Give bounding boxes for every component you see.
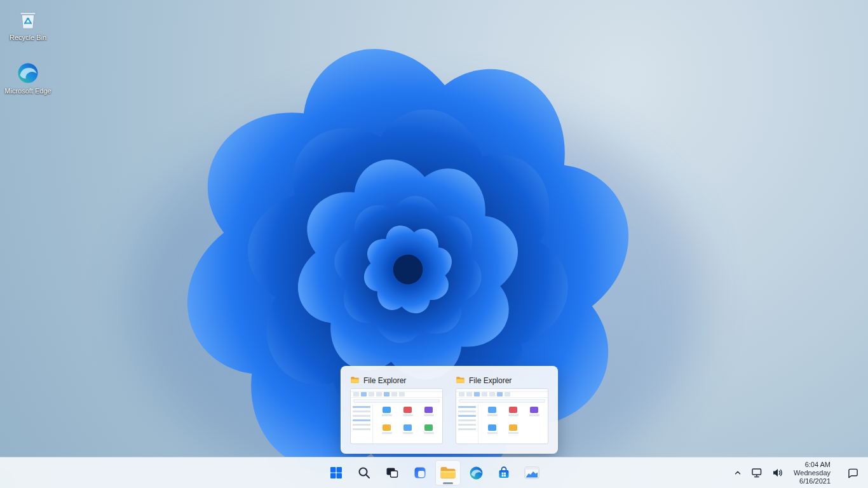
folder-icon (456, 375, 465, 386)
tray-date: 6/16/2021 (799, 477, 831, 485)
thumb-nav-pane (351, 404, 373, 444)
window-preview-card[interactable]: File Explorer (452, 372, 552, 447)
preview-window-title: File Explorer (363, 376, 406, 385)
recycle-bin-icon (16, 8, 40, 32)
desktop-icon-label: Microsoft Edge (4, 87, 51, 95)
system-tray: 6:04 AM Wednesday 6/16/2021 (729, 458, 865, 488)
taskbar-preview-flyout: File Explorer (341, 366, 558, 454)
taskbar: 6:04 AM Wednesday 6/16/2021 (0, 457, 868, 488)
search-button[interactable] (351, 460, 377, 485)
performance-chart-icon (524, 466, 539, 479)
thumb-ribbon (351, 392, 442, 398)
tray-day: Wednesday (794, 469, 831, 477)
desktop-icon-label: Recycle Bin (10, 34, 46, 42)
preview-card-header: File Explorer (350, 376, 443, 386)
chevron-up-icon (733, 468, 742, 477)
clock-button[interactable]: 6:04 AM Wednesday 6/16/2021 (789, 460, 836, 485)
widgets-icon (413, 466, 427, 480)
start-button[interactable] (323, 460, 349, 485)
file-explorer-button[interactable] (435, 460, 461, 485)
folder-icon (350, 375, 360, 386)
notifications-button[interactable] (843, 460, 863, 485)
speaker-icon (772, 468, 783, 478)
thumb-content (478, 404, 548, 444)
tray-time: 6:04 AM (805, 461, 831, 469)
thumb-body (351, 404, 442, 444)
thumb-address-bar (459, 399, 545, 403)
file-explorer-icon (440, 466, 456, 480)
volume-button[interactable] (768, 460, 787, 485)
desktop-icon-area: Recycle Bin Microsoft Edge (1, 5, 55, 98)
thumb-address-bar (353, 399, 440, 403)
window-thumbnail (456, 388, 548, 444)
chat-bubble-icon (847, 468, 859, 478)
preview-window-title: File Explorer (469, 376, 512, 385)
hidden-icons-button[interactable] (729, 460, 746, 485)
edge-button[interactable] (463, 460, 489, 485)
edge-icon (469, 466, 484, 480)
taskbar-center-icons (323, 460, 545, 485)
thumb-content (373, 404, 442, 444)
window-preview-card[interactable]: File Explorer (347, 372, 446, 447)
desktop-icon-microsoft-edge[interactable]: Microsoft Edge (1, 58, 55, 98)
store-button[interactable] (491, 460, 517, 485)
window-thumbnail (350, 388, 443, 444)
task-view-icon (385, 466, 399, 480)
store-icon (497, 466, 511, 480)
search-icon (357, 466, 371, 480)
widgets-button[interactable] (407, 460, 433, 485)
display-network-icon (751, 468, 763, 478)
thumb-body (456, 404, 548, 444)
desktop-icon-recycle-bin[interactable]: Recycle Bin (1, 5, 55, 44)
windows-logo-icon (329, 466, 343, 480)
desktop: Recycle Bin Microsoft Edge (0, 0, 868, 488)
task-view-button[interactable] (379, 460, 405, 485)
preview-card-header: File Explorer (456, 376, 548, 386)
network-button[interactable] (747, 460, 767, 485)
system-monitor-button[interactable] (519, 460, 545, 485)
thumb-ribbon (456, 392, 548, 398)
thumb-nav-pane (456, 404, 478, 444)
edge-icon (16, 61, 40, 85)
